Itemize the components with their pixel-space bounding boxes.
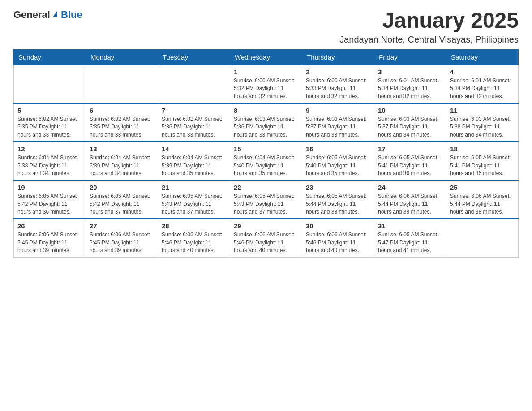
day-number: 4 bbox=[450, 68, 515, 76]
header-thursday: Thursday bbox=[302, 49, 374, 65]
calendar-cell: 31Sunrise: 6:05 AM Sunset: 5:47 PM Dayli… bbox=[374, 219, 446, 257]
calendar-cell: 23Sunrise: 6:05 AM Sunset: 5:44 PM Dayli… bbox=[302, 180, 374, 219]
day-info: Sunrise: 6:06 AM Sunset: 5:44 PM Dayligh… bbox=[450, 193, 515, 216]
day-info: Sunrise: 6:05 AM Sunset: 5:43 PM Dayligh… bbox=[162, 193, 226, 216]
logo-general-text: General bbox=[13, 9, 50, 21]
calendar-week-row: 26Sunrise: 6:06 AM Sunset: 5:45 PM Dayli… bbox=[14, 219, 519, 257]
calendar-cell: 3Sunrise: 6:01 AM Sunset: 5:34 PM Daylig… bbox=[374, 65, 446, 103]
day-info: Sunrise: 6:05 AM Sunset: 5:41 PM Dayligh… bbox=[378, 154, 442, 177]
calendar-cell: 11Sunrise: 6:03 AM Sunset: 5:38 PM Dayli… bbox=[446, 103, 519, 142]
day-info: Sunrise: 6:06 AM Sunset: 5:46 PM Dayligh… bbox=[234, 231, 298, 254]
day-number: 2 bbox=[306, 68, 370, 76]
calendar-cell: 15Sunrise: 6:04 AM Sunset: 5:40 PM Dayli… bbox=[230, 142, 302, 180]
day-info: Sunrise: 6:01 AM Sunset: 5:34 PM Dayligh… bbox=[450, 77, 515, 100]
day-number: 15 bbox=[234, 145, 298, 153]
day-number: 30 bbox=[306, 222, 370, 230]
calendar-cell: 7Sunrise: 6:02 AM Sunset: 5:36 PM Daylig… bbox=[158, 103, 230, 142]
day-info: Sunrise: 6:00 AM Sunset: 5:32 PM Dayligh… bbox=[234, 77, 298, 100]
calendar-cell: 26Sunrise: 6:06 AM Sunset: 5:45 PM Dayli… bbox=[14, 219, 86, 257]
day-number: 12 bbox=[17, 145, 82, 153]
calendar-cell: 14Sunrise: 6:04 AM Sunset: 5:39 PM Dayli… bbox=[158, 142, 230, 180]
header-sunday: Sunday bbox=[14, 49, 86, 65]
calendar-cell: 1Sunrise: 6:00 AM Sunset: 5:32 PM Daylig… bbox=[230, 65, 302, 103]
day-info: Sunrise: 6:03 AM Sunset: 5:36 PM Dayligh… bbox=[234, 116, 298, 139]
day-info: Sunrise: 6:06 AM Sunset: 5:45 PM Dayligh… bbox=[17, 231, 82, 254]
day-info: Sunrise: 6:05 AM Sunset: 5:43 PM Dayligh… bbox=[234, 193, 298, 216]
calendar-cell: 4Sunrise: 6:01 AM Sunset: 5:34 PM Daylig… bbox=[446, 65, 519, 103]
day-number: 22 bbox=[234, 184, 298, 191]
header-monday: Monday bbox=[86, 49, 158, 65]
calendar-cell: 12Sunrise: 6:04 AM Sunset: 5:38 PM Dayli… bbox=[14, 142, 86, 180]
calendar-cell: 8Sunrise: 6:03 AM Sunset: 5:36 PM Daylig… bbox=[230, 103, 302, 142]
day-info: Sunrise: 6:04 AM Sunset: 5:39 PM Dayligh… bbox=[90, 154, 154, 177]
calendar-cell: 13Sunrise: 6:04 AM Sunset: 5:39 PM Dayli… bbox=[86, 142, 158, 180]
day-number: 19 bbox=[17, 184, 82, 191]
calendar-cell: 6Sunrise: 6:02 AM Sunset: 5:35 PM Daylig… bbox=[86, 103, 158, 142]
month-title: January 2025 bbox=[339, 9, 519, 33]
day-number: 29 bbox=[234, 222, 298, 230]
calendar-cell: 27Sunrise: 6:06 AM Sunset: 5:45 PM Dayli… bbox=[86, 219, 158, 257]
day-info: Sunrise: 6:06 AM Sunset: 5:45 PM Dayligh… bbox=[90, 231, 154, 254]
day-info: Sunrise: 6:01 AM Sunset: 5:34 PM Dayligh… bbox=[378, 77, 442, 100]
day-number: 10 bbox=[378, 107, 442, 114]
day-number: 27 bbox=[90, 222, 154, 230]
day-info: Sunrise: 6:05 AM Sunset: 5:47 PM Dayligh… bbox=[378, 231, 442, 254]
day-number: 8 bbox=[234, 107, 298, 114]
calendar-cell: 30Sunrise: 6:06 AM Sunset: 5:46 PM Dayli… bbox=[302, 219, 374, 257]
day-number: 31 bbox=[378, 222, 442, 230]
day-number: 11 bbox=[450, 107, 515, 114]
day-info: Sunrise: 6:05 AM Sunset: 5:40 PM Dayligh… bbox=[306, 154, 370, 177]
day-number: 21 bbox=[162, 184, 226, 191]
day-info: Sunrise: 6:04 AM Sunset: 5:38 PM Dayligh… bbox=[17, 154, 82, 177]
day-info: Sunrise: 6:04 AM Sunset: 5:40 PM Dayligh… bbox=[234, 154, 298, 177]
day-number: 24 bbox=[378, 184, 442, 191]
page-header: General Blue January 2025 Jandayan Norte… bbox=[13, 9, 519, 45]
calendar-week-row: 5Sunrise: 6:02 AM Sunset: 5:35 PM Daylig… bbox=[14, 103, 519, 142]
header-wednesday: Wednesday bbox=[230, 49, 302, 65]
calendar-cell: 10Sunrise: 6:03 AM Sunset: 5:37 PM Dayli… bbox=[374, 103, 446, 142]
calendar-cell bbox=[158, 65, 230, 103]
day-number: 14 bbox=[162, 145, 226, 153]
day-info: Sunrise: 6:05 AM Sunset: 5:42 PM Dayligh… bbox=[90, 193, 154, 216]
day-number: 28 bbox=[162, 222, 226, 230]
header-saturday: Saturday bbox=[446, 49, 519, 65]
day-info: Sunrise: 6:02 AM Sunset: 5:35 PM Dayligh… bbox=[90, 116, 154, 139]
day-number: 16 bbox=[306, 145, 370, 153]
day-info: Sunrise: 6:02 AM Sunset: 5:35 PM Dayligh… bbox=[17, 116, 82, 139]
calendar-cell: 24Sunrise: 6:06 AM Sunset: 5:44 PM Dayli… bbox=[374, 180, 446, 219]
calendar-cell: 20Sunrise: 6:05 AM Sunset: 5:42 PM Dayli… bbox=[86, 180, 158, 219]
day-number: 5 bbox=[17, 107, 82, 114]
calendar-cell bbox=[86, 65, 158, 103]
location-title: Jandayan Norte, Central Visayas, Philipp… bbox=[339, 34, 519, 45]
calendar-cell: 17Sunrise: 6:05 AM Sunset: 5:41 PM Dayli… bbox=[374, 142, 446, 180]
day-number: 13 bbox=[90, 145, 154, 153]
calendar-cell: 9Sunrise: 6:03 AM Sunset: 5:37 PM Daylig… bbox=[302, 103, 374, 142]
calendar-cell: 19Sunrise: 6:05 AM Sunset: 5:42 PM Dayli… bbox=[14, 180, 86, 219]
day-number: 20 bbox=[90, 184, 154, 191]
calendar-cell: 18Sunrise: 6:05 AM Sunset: 5:41 PM Dayli… bbox=[446, 142, 519, 180]
title-section: January 2025 Jandayan Norte, Central Vis… bbox=[339, 9, 519, 45]
day-info: Sunrise: 6:02 AM Sunset: 5:36 PM Dayligh… bbox=[162, 116, 226, 139]
calendar-cell: 28Sunrise: 6:06 AM Sunset: 5:46 PM Dayli… bbox=[158, 219, 230, 257]
day-number: 23 bbox=[306, 184, 370, 191]
day-number: 25 bbox=[450, 184, 515, 191]
day-number: 1 bbox=[234, 68, 298, 76]
calendar-cell: 21Sunrise: 6:05 AM Sunset: 5:43 PM Dayli… bbox=[158, 180, 230, 219]
day-number: 17 bbox=[378, 145, 442, 153]
calendar-week-row: 19Sunrise: 6:05 AM Sunset: 5:42 PM Dayli… bbox=[14, 180, 519, 219]
header-tuesday: Tuesday bbox=[158, 49, 230, 65]
header-friday: Friday bbox=[374, 49, 446, 65]
calendar-header-row: SundayMondayTuesdayWednesdayThursdayFrid… bbox=[14, 49, 519, 65]
day-number: 18 bbox=[450, 145, 515, 153]
calendar-week-row: 12Sunrise: 6:04 AM Sunset: 5:38 PM Dayli… bbox=[14, 142, 519, 180]
logo-triangle-icon bbox=[53, 11, 57, 17]
day-info: Sunrise: 6:05 AM Sunset: 5:42 PM Dayligh… bbox=[17, 193, 82, 216]
calendar-cell: 5Sunrise: 6:02 AM Sunset: 5:35 PM Daylig… bbox=[14, 103, 86, 142]
calendar-cell: 25Sunrise: 6:06 AM Sunset: 5:44 PM Dayli… bbox=[446, 180, 519, 219]
day-number: 3 bbox=[378, 68, 442, 76]
calendar-table: SundayMondayTuesdayWednesdayThursdayFrid… bbox=[13, 49, 519, 258]
day-number: 9 bbox=[306, 107, 370, 114]
day-info: Sunrise: 6:06 AM Sunset: 5:46 PM Dayligh… bbox=[162, 231, 226, 254]
calendar-cell: 2Sunrise: 6:00 AM Sunset: 5:33 PM Daylig… bbox=[302, 65, 374, 103]
day-number: 26 bbox=[17, 222, 82, 230]
